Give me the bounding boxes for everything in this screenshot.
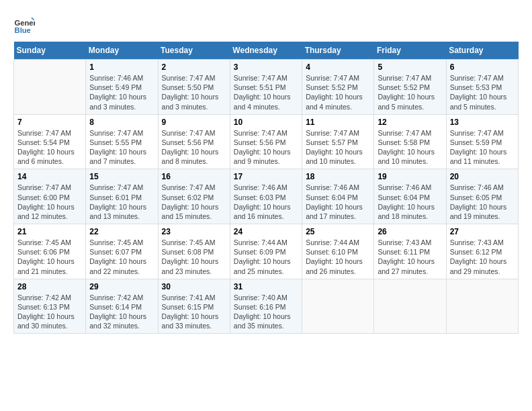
day-info: Sunrise: 7:46 AM Sunset: 5:49 PM Dayligh… xyxy=(89,73,154,111)
weekday-header-friday: Friday xyxy=(374,42,446,60)
day-number: 14 xyxy=(17,172,82,181)
day-info: Sunrise: 7:44 AM Sunset: 6:10 PM Dayligh… xyxy=(306,238,370,276)
day-info: Sunrise: 7:45 AM Sunset: 6:06 PM Dayligh… xyxy=(17,238,82,276)
day-info: Sunrise: 7:47 AM Sunset: 6:02 PM Dayligh… xyxy=(162,183,226,221)
calendar-cell: 20Sunrise: 7:46 AM Sunset: 6:05 PM Dayli… xyxy=(446,169,518,224)
day-number: 17 xyxy=(234,172,298,181)
day-info: Sunrise: 7:47 AM Sunset: 5:51 PM Dayligh… xyxy=(234,73,298,111)
day-info: Sunrise: 7:47 AM Sunset: 5:56 PM Dayligh… xyxy=(162,128,226,167)
calendar-cell xyxy=(302,279,374,334)
day-number: 19 xyxy=(378,172,442,181)
calendar-cell xyxy=(374,279,446,334)
calendar-cell: 29Sunrise: 7:42 AM Sunset: 6:14 PM Dayli… xyxy=(86,279,158,334)
calendar-week-row: 28Sunrise: 7:42 AM Sunset: 6:13 PM Dayli… xyxy=(14,279,519,334)
calendar-cell: 28Sunrise: 7:42 AM Sunset: 6:13 PM Dayli… xyxy=(14,279,86,334)
weekday-header-thursday: Thursday xyxy=(302,42,374,60)
day-info: Sunrise: 7:47 AM Sunset: 5:54 PM Dayligh… xyxy=(17,128,82,167)
day-number: 3 xyxy=(234,62,298,72)
weekday-header-saturday: Saturday xyxy=(446,42,518,60)
calendar-cell: 2Sunrise: 7:47 AM Sunset: 5:50 PM Daylig… xyxy=(158,60,230,115)
calendar-cell: 1Sunrise: 7:46 AM Sunset: 5:49 PM Daylig… xyxy=(86,60,158,115)
logo: General Blue xyxy=(13,13,38,35)
day-number: 15 xyxy=(89,172,154,181)
day-number: 11 xyxy=(306,118,370,127)
calendar-cell: 21Sunrise: 7:45 AM Sunset: 6:06 PM Dayli… xyxy=(14,224,86,279)
day-number: 29 xyxy=(89,282,154,291)
calendar-cell: 19Sunrise: 7:46 AM Sunset: 6:04 PM Dayli… xyxy=(374,169,446,224)
day-number: 22 xyxy=(89,227,154,236)
day-info: Sunrise: 7:45 AM Sunset: 6:08 PM Dayligh… xyxy=(162,238,226,276)
calendar-week-row: 7Sunrise: 7:47 AM Sunset: 5:54 PM Daylig… xyxy=(14,114,519,169)
calendar-week-row: 1Sunrise: 7:46 AM Sunset: 5:49 PM Daylig… xyxy=(14,60,519,115)
calendar-cell: 27Sunrise: 7:43 AM Sunset: 6:12 PM Dayli… xyxy=(446,224,518,279)
calendar-cell: 17Sunrise: 7:46 AM Sunset: 6:03 PM Dayli… xyxy=(230,169,302,224)
day-number: 25 xyxy=(306,227,370,236)
calendar-cell: 26Sunrise: 7:43 AM Sunset: 6:11 PM Dayli… xyxy=(374,224,446,279)
day-number: 21 xyxy=(17,227,82,236)
day-number: 18 xyxy=(306,172,370,181)
day-info: Sunrise: 7:47 AM Sunset: 5:52 PM Dayligh… xyxy=(378,73,442,111)
day-info: Sunrise: 7:45 AM Sunset: 6:07 PM Dayligh… xyxy=(89,238,154,276)
calendar-cell: 4Sunrise: 7:47 AM Sunset: 5:52 PM Daylig… xyxy=(302,60,374,115)
day-info: Sunrise: 7:47 AM Sunset: 6:01 PM Dayligh… xyxy=(89,183,154,221)
weekday-header-sunday: Sunday xyxy=(14,42,86,60)
day-number: 12 xyxy=(378,118,442,127)
day-number: 16 xyxy=(162,172,226,181)
day-number: 10 xyxy=(234,118,298,127)
calendar-cell: 25Sunrise: 7:44 AM Sunset: 6:10 PM Dayli… xyxy=(302,224,374,279)
calendar-cell: 31Sunrise: 7:40 AM Sunset: 6:16 PM Dayli… xyxy=(230,279,302,334)
weekday-header-monday: Monday xyxy=(86,42,158,60)
day-info: Sunrise: 7:41 AM Sunset: 6:15 PM Dayligh… xyxy=(162,293,226,331)
day-info: Sunrise: 7:46 AM Sunset: 6:05 PM Dayligh… xyxy=(450,183,515,221)
day-info: Sunrise: 7:43 AM Sunset: 6:12 PM Dayligh… xyxy=(450,238,515,276)
day-info: Sunrise: 7:47 AM Sunset: 5:59 PM Dayligh… xyxy=(450,128,515,167)
calendar-cell: 24Sunrise: 7:44 AM Sunset: 6:09 PM Dayli… xyxy=(230,224,302,279)
day-number: 5 xyxy=(378,62,442,72)
calendar-week-row: 21Sunrise: 7:45 AM Sunset: 6:06 PM Dayli… xyxy=(14,224,519,279)
calendar-table: SundayMondayTuesdayWednesdayThursdayFrid… xyxy=(13,42,519,334)
logo-icon: General Blue xyxy=(13,13,35,35)
calendar-cell: 10Sunrise: 7:47 AM Sunset: 5:56 PM Dayli… xyxy=(230,114,302,169)
day-info: Sunrise: 7:47 AM Sunset: 5:57 PM Dayligh… xyxy=(306,128,370,167)
day-info: Sunrise: 7:46 AM Sunset: 6:04 PM Dayligh… xyxy=(378,183,442,221)
day-info: Sunrise: 7:44 AM Sunset: 6:09 PM Dayligh… xyxy=(234,238,298,276)
day-info: Sunrise: 7:47 AM Sunset: 5:58 PM Dayligh… xyxy=(378,128,442,167)
page-header: General Blue xyxy=(13,13,519,35)
day-number: 24 xyxy=(234,227,298,236)
calendar-cell: 12Sunrise: 7:47 AM Sunset: 5:58 PM Dayli… xyxy=(374,114,446,169)
weekday-header-wednesday: Wednesday xyxy=(230,42,302,60)
day-number: 9 xyxy=(162,118,226,127)
day-info: Sunrise: 7:47 AM Sunset: 5:50 PM Dayligh… xyxy=(162,73,226,111)
calendar-cell: 11Sunrise: 7:47 AM Sunset: 5:57 PM Dayli… xyxy=(302,114,374,169)
day-number: 30 xyxy=(162,282,226,291)
day-number: 7 xyxy=(17,118,82,127)
calendar-cell: 30Sunrise: 7:41 AM Sunset: 6:15 PM Dayli… xyxy=(158,279,230,334)
calendar-cell: 5Sunrise: 7:47 AM Sunset: 5:52 PM Daylig… xyxy=(374,60,446,115)
calendar-cell: 7Sunrise: 7:47 AM Sunset: 5:54 PM Daylig… xyxy=(14,114,86,169)
day-info: Sunrise: 7:47 AM Sunset: 5:53 PM Dayligh… xyxy=(450,73,515,111)
day-info: Sunrise: 7:43 AM Sunset: 6:11 PM Dayligh… xyxy=(378,238,442,276)
calendar-cell xyxy=(14,60,86,115)
day-info: Sunrise: 7:42 AM Sunset: 6:13 PM Dayligh… xyxy=(17,293,82,331)
day-number: 27 xyxy=(450,227,515,236)
day-info: Sunrise: 7:42 AM Sunset: 6:14 PM Dayligh… xyxy=(89,293,154,331)
calendar-cell: 3Sunrise: 7:47 AM Sunset: 5:51 PM Daylig… xyxy=(230,60,302,115)
calendar-cell: 23Sunrise: 7:45 AM Sunset: 6:08 PM Dayli… xyxy=(158,224,230,279)
calendar-cell: 14Sunrise: 7:47 AM Sunset: 6:00 PM Dayli… xyxy=(14,169,86,224)
day-number: 26 xyxy=(378,227,442,236)
day-number: 20 xyxy=(450,172,515,181)
day-number: 13 xyxy=(450,118,515,127)
calendar-cell: 8Sunrise: 7:47 AM Sunset: 5:55 PM Daylig… xyxy=(86,114,158,169)
day-info: Sunrise: 7:47 AM Sunset: 6:00 PM Dayligh… xyxy=(17,183,82,221)
day-number: 1 xyxy=(89,62,154,72)
calendar-cell: 9Sunrise: 7:47 AM Sunset: 5:56 PM Daylig… xyxy=(158,114,230,169)
weekday-header-tuesday: Tuesday xyxy=(158,42,230,60)
day-number: 8 xyxy=(89,118,154,127)
day-info: Sunrise: 7:40 AM Sunset: 6:16 PM Dayligh… xyxy=(234,293,298,331)
day-info: Sunrise: 7:46 AM Sunset: 6:03 PM Dayligh… xyxy=(234,183,298,221)
day-info: Sunrise: 7:47 AM Sunset: 5:55 PM Dayligh… xyxy=(89,128,154,167)
calendar-cell: 13Sunrise: 7:47 AM Sunset: 5:59 PM Dayli… xyxy=(446,114,518,169)
calendar-cell: 15Sunrise: 7:47 AM Sunset: 6:01 PM Dayli… xyxy=(86,169,158,224)
day-number: 23 xyxy=(162,227,226,236)
day-number: 28 xyxy=(17,282,82,291)
